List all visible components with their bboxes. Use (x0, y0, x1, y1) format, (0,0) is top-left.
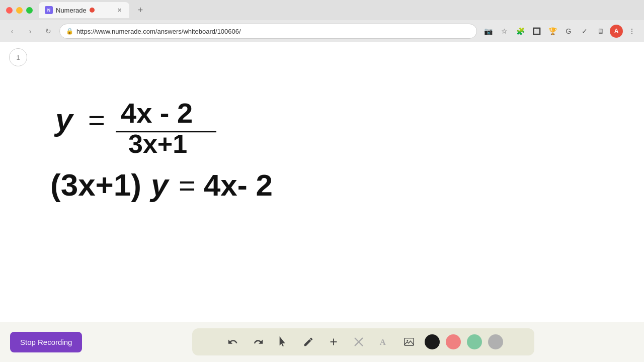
math-content: y = 4x - 2 3x+1 (3x+1) y = 4x- 2 (50, 98, 272, 228)
color-black-button[interactable] (425, 334, 440, 349)
tab-bar: N Numerade ✕ + (39, 1, 638, 19)
active-tab[interactable]: N Numerade ✕ (39, 2, 129, 18)
svg-text:y: y (149, 167, 170, 202)
svg-text:4x - 2: 4x - 2 (121, 98, 193, 129)
svg-text:A: A (379, 337, 385, 347)
image-button[interactable] (399, 332, 419, 351)
title-bar: N Numerade ✕ + (0, 0, 644, 20)
image-icon (404, 336, 415, 347)
redo-icon (253, 336, 264, 347)
svg-text:=: = (88, 104, 105, 136)
eraser-button[interactable] (349, 332, 368, 351)
reload-button[interactable]: ↻ (41, 24, 55, 38)
maximize-window-button[interactable] (26, 7, 33, 14)
forward-button[interactable]: › (23, 24, 37, 38)
svg-text:3x+1: 3x+1 (128, 129, 187, 158)
window-controls (6, 7, 33, 14)
svg-text:y: y (54, 102, 74, 137)
new-tab-button[interactable]: + (133, 3, 147, 17)
whiteboard: 1 y = 4x - 2 3x+1 (3x+1) y = 4x- 2 (0, 42, 644, 344)
close-window-button[interactable] (6, 7, 13, 14)
close-tab-button[interactable]: ✕ (115, 6, 123, 14)
trophy-button[interactable]: 🏆 (545, 24, 559, 38)
plus-icon (328, 336, 339, 347)
store-button[interactable]: 🔲 (529, 24, 543, 38)
browser-toolbar-right: 📷 ☆ 🧩 🔲 🏆 G ✓ 🖥 A ⋮ (481, 24, 639, 38)
cast-button[interactable]: 📷 (481, 24, 495, 38)
stop-recording-button[interactable]: Stop Recording (10, 332, 82, 352)
ext2-button[interactable]: ✓ (578, 24, 592, 38)
undo-icon (227, 336, 238, 347)
svg-text:(3x+1): (3x+1) (50, 167, 141, 202)
minimize-window-button[interactable] (16, 7, 23, 14)
menu-button[interactable]: ⋮ (625, 24, 639, 38)
tab-favicon: N (45, 6, 53, 14)
svg-point-13 (407, 340, 408, 341)
svg-text:=: = (179, 169, 196, 202)
url-bar[interactable]: 🔒 https://www.numerade.com/answers/white… (59, 24, 477, 39)
translate-button[interactable]: G (561, 24, 576, 38)
add-button[interactable] (324, 332, 343, 351)
eraser-icon (353, 336, 364, 347)
extensions-button[interactable]: 🧩 (513, 24, 527, 38)
pen-tool-button[interactable] (299, 332, 318, 351)
color-green-button[interactable] (467, 334, 482, 349)
undo-button[interactable] (223, 332, 243, 351)
color-gray-button[interactable] (488, 334, 503, 349)
svg-text:4x- 2: 4x- 2 (204, 168, 272, 202)
drawing-toolbar: A (192, 328, 534, 355)
back-button[interactable]: ‹ (5, 24, 19, 38)
math-svg: y = 4x - 2 3x+1 (3x+1) y = 4x- 2 (50, 98, 272, 228)
tab-title: Numerade (56, 7, 87, 14)
cursor-icon (278, 336, 289, 347)
address-bar: ‹ › ↻ 🔒 https://www.numerade.com/answers… (0, 20, 644, 42)
recording-indicator (90, 8, 95, 13)
page-number: 1 (9, 48, 27, 66)
redo-button[interactable] (249, 332, 268, 351)
lock-icon: 🔒 (66, 28, 73, 35)
profile-button[interactable]: A (610, 25, 623, 38)
screen-button[interactable]: 🖥 (594, 24, 608, 38)
pen-icon (303, 336, 314, 347)
color-pink-button[interactable] (446, 334, 461, 349)
select-tool-button[interactable] (274, 332, 293, 351)
url-text: https://www.numerade.com/answers/whitebo… (76, 28, 241, 35)
bottom-toolbar: Stop Recording (0, 322, 644, 362)
browser-chrome: N Numerade ✕ + ‹ › ↻ 🔒 https://www.numer… (0, 0, 644, 42)
bookmark-button[interactable]: ☆ (497, 24, 511, 38)
text-icon: A (378, 336, 389, 347)
svg-rect-12 (405, 338, 414, 346)
text-tool-button[interactable]: A (374, 332, 393, 351)
